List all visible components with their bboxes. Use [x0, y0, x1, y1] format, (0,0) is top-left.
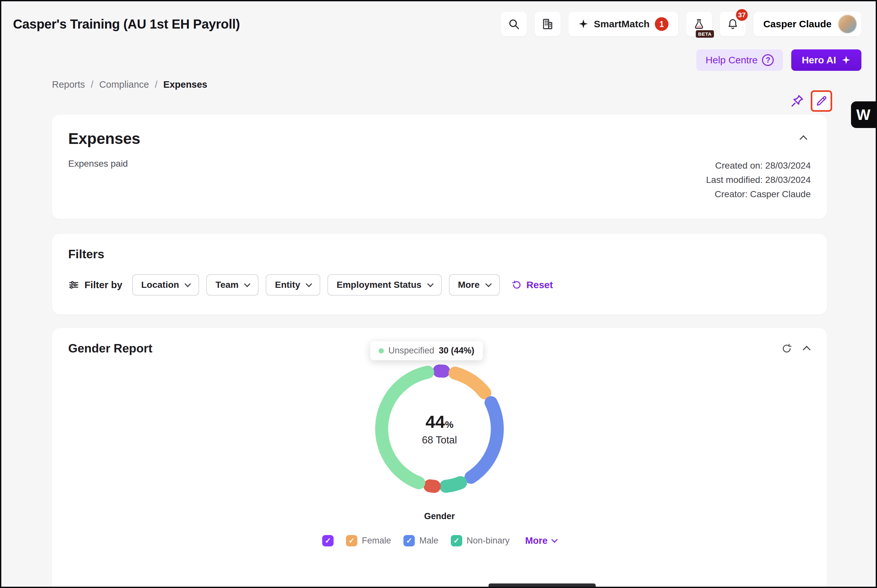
- annotation-tools: [790, 90, 832, 112]
- reset-label: Reset: [526, 279, 553, 290]
- chevron-down-icon: [551, 536, 558, 543]
- smartmatch-button[interactable]: SmartMatch 1: [568, 12, 678, 36]
- user-menu-button[interactable]: Casper Claude: [754, 12, 861, 36]
- filter-dropdown-label: Employment Status: [336, 280, 421, 290]
- expenses-card-title: Expenses: [68, 130, 140, 147]
- topbar-actions: SmartMatch 1 BETA 37 Casper Claude: [501, 12, 861, 36]
- breadcrumb-item-compliance[interactable]: Compliance: [99, 79, 149, 90]
- gender-legend: ✓✓Female✓Male✓Non-binaryMore: [322, 535, 557, 546]
- question-circle-icon: ?: [762, 54, 774, 66]
- search-button[interactable]: [501, 12, 527, 36]
- legend-more-button[interactable]: More: [525, 536, 557, 546]
- legend-checkbox-checked[interactable]: ✓: [451, 535, 462, 546]
- legend-item-male: ✓Male: [403, 535, 439, 546]
- header-actions-row: Help Centre ? Hero AI: [1, 50, 876, 71]
- filter-by: Filter by: [68, 279, 123, 290]
- filter-dropdown-entity[interactable]: Entity: [266, 274, 320, 296]
- legend-label: Female: [362, 536, 391, 546]
- center-total: 68 Total: [422, 434, 457, 446]
- chevron-down-icon: [485, 280, 492, 287]
- reset-filters-button[interactable]: Reset: [511, 279, 553, 290]
- center-percent-unit: %: [445, 419, 453, 430]
- help-centre-button[interactable]: Help Centre ?: [696, 50, 783, 71]
- topbar: Casper's Training (AU 1st EH Payroll) Sm…: [1, 1, 876, 47]
- pin-icon: [790, 94, 804, 108]
- chart-axis-label: Gender: [424, 512, 455, 521]
- flask-icon: [693, 18, 705, 30]
- legend-checkbox-checked[interactable]: ✓: [322, 535, 334, 546]
- reset-icon: [511, 280, 522, 290]
- search-icon: [508, 18, 520, 30]
- sparkle-icon: [841, 55, 851, 65]
- hero-ai-label: Hero AI: [802, 55, 836, 66]
- legend-more-label: More: [525, 536, 548, 546]
- app-window: Casper's Training (AU 1st EH Payroll) Sm…: [0, 0, 877, 588]
- refresh-chart-button[interactable]: [780, 342, 793, 356]
- breadcrumb-separator: /: [155, 79, 157, 90]
- chevron-up-icon: [799, 135, 807, 143]
- filter-dropdown-label: Entity: [275, 280, 300, 290]
- expenses-card: Expenses Expenses paid Created on: 28/03…: [52, 115, 827, 219]
- pencil-icon: [815, 94, 828, 108]
- filter-dropdown-employment-status[interactable]: Employment Status: [327, 274, 441, 296]
- pin-button[interactable]: [790, 94, 804, 108]
- gender-chart: 44% 68 Total Gender ✓✓Female✓Male✓Non-bi…: [68, 361, 811, 546]
- building-icon: [541, 18, 554, 30]
- chevron-down-icon: [427, 280, 434, 287]
- side-widget-tab[interactable]: W: [851, 101, 876, 128]
- page-title: Casper's Training (AU 1st EH Payroll): [13, 17, 240, 32]
- labs-button[interactable]: BETA: [686, 12, 712, 36]
- breadcrumb: Reports/Compliance/Expenses: [52, 79, 876, 90]
- avatar: [838, 15, 857, 33]
- filter-dropdown-label: Location: [141, 280, 179, 290]
- organisation-button[interactable]: [535, 12, 561, 36]
- legend-label: Male: [419, 536, 439, 546]
- chevron-down-icon: [184, 280, 191, 287]
- chevron-up-icon: [803, 346, 810, 354]
- filter-dropdown-more[interactable]: More: [449, 274, 500, 296]
- sliders-icon: [68, 279, 79, 290]
- breadcrumb-item-reports[interactable]: Reports: [52, 79, 85, 90]
- expenses-description: Expenses paid: [68, 159, 128, 201]
- notifications-button[interactable]: 37: [720, 12, 746, 36]
- donut-center: 44% 68 Total: [371, 361, 508, 497]
- created-on: Created on: 28/03/2024: [706, 159, 811, 173]
- chevron-down-icon: [306, 280, 312, 287]
- legend-checkbox-checked[interactable]: ✓: [346, 535, 357, 546]
- edit-button[interactable]: [811, 90, 832, 112]
- collapse-expenses-button[interactable]: [796, 130, 811, 147]
- side-widget-logo: W: [856, 106, 870, 123]
- smartmatch-label: SmartMatch: [594, 18, 650, 30]
- help-centre-label: Help Centre: [706, 55, 757, 66]
- filter-by-label: Filter by: [84, 279, 123, 290]
- filter-dropdown-location[interactable]: Location: [132, 274, 199, 296]
- gender-report-title: Gender Report: [68, 342, 152, 356]
- beta-badge: BETA: [696, 30, 714, 38]
- tooltip-dot: [379, 348, 384, 354]
- filter-dropdown-label: Team: [215, 280, 238, 290]
- tooltip-label: Unspecified: [388, 346, 434, 356]
- legend-checkbox-checked[interactable]: ✓: [403, 535, 415, 546]
- legend-item-female: ✓Female: [346, 535, 391, 546]
- legend-item-unlabeled: ✓: [322, 535, 334, 546]
- donut-chart[interactable]: 44% 68 Total: [371, 361, 508, 497]
- filters-card: Filters Filter by LocationTeamEntityEmpl…: [52, 234, 827, 315]
- filters-card-title: Filters: [68, 248, 811, 261]
- filter-dropdown-team[interactable]: Team: [206, 274, 259, 296]
- collapse-gender-button[interactable]: [803, 344, 811, 354]
- tooltip-value: 30 (44%): [439, 346, 475, 356]
- legend-label: Non-binary: [467, 536, 510, 546]
- legend-item-non-binary: ✓Non-binary: [451, 535, 510, 546]
- partial-next-element: [489, 584, 596, 587]
- user-name: Casper Claude: [763, 18, 832, 30]
- refresh-icon: [781, 343, 792, 354]
- filter-dropdown-label: More: [458, 280, 480, 290]
- gender-report-card: Gender Report Unspecified 30 (44%): [52, 328, 827, 588]
- breadcrumb-separator: /: [91, 79, 93, 90]
- chart-tooltip: Unspecified 30 (44%): [370, 341, 483, 360]
- center-percent-value: 44: [426, 412, 445, 432]
- chevron-down-icon: [244, 280, 251, 287]
- hero-ai-button[interactable]: Hero AI: [791, 50, 861, 71]
- sparkle-icon: [578, 19, 589, 29]
- filter-dropdowns: LocationTeamEntityEmployment StatusMore: [132, 274, 500, 296]
